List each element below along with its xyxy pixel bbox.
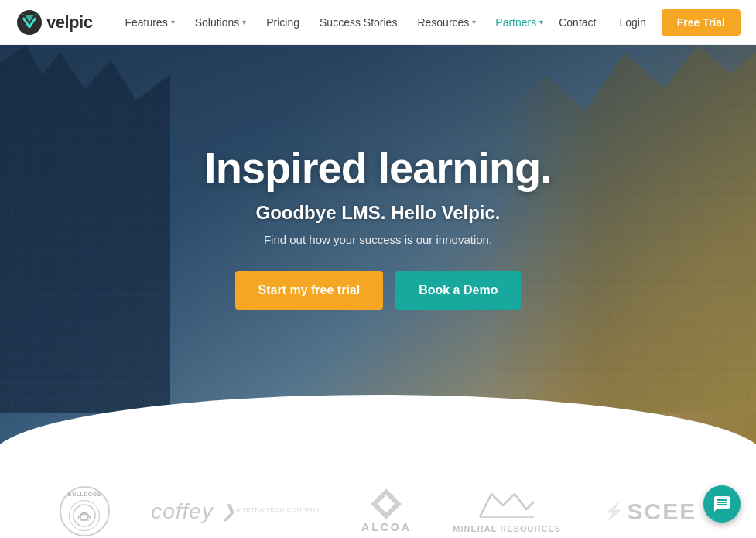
nav-links: Features ▾ Solutions ▾ Pricing Success S…: [115, 10, 495, 35]
coffey-subtitle: A TETRA TECH COMPANY: [236, 506, 320, 513]
logos-section: BULLDOGS coffey ❯ A TETRA TECH COMPANY: [0, 455, 756, 538]
mineral-wrapper: MINERAL RESOURCES: [453, 490, 561, 533]
mineral-icon-shape: [476, 490, 538, 521]
coffey-arrow-icon: ❯: [221, 502, 236, 522]
solutions-caret: ▾: [242, 18, 246, 26]
mineral-text: MINERAL RESOURCES: [453, 524, 561, 533]
hero-title: Inspired learning.: [204, 144, 552, 192]
nav-login[interactable]: Login: [611, 12, 653, 33]
bulldogs-badge: BULLDOGS: [60, 486, 110, 536]
scee-wrapper: ⚡ SCEE: [603, 499, 697, 525]
mineral-svg: [476, 490, 538, 521]
hero-section: Inspired learning. Goodbye LMS. Hello Ve…: [0, 45, 756, 455]
nav-pricing[interactable]: Pricing: [257, 10, 309, 35]
hero-description: Find out how your success is our innovat…: [264, 233, 492, 246]
logo-text: velpic: [46, 12, 92, 33]
alcoa-wrapper: ALCOA: [361, 490, 412, 533]
svg-point-2: [80, 514, 88, 520]
resources-caret: ▾: [472, 18, 476, 26]
bulldogs-svg: [72, 503, 97, 528]
mineral-resources-logo: MINERAL RESOURCES: [445, 482, 569, 539]
alcoa-text: ALCOA: [361, 521, 412, 533]
nav-contact[interactable]: Contact: [551, 12, 604, 33]
nav-solutions[interactable]: Solutions ▾: [186, 10, 256, 35]
hero-buttons: Start my free trial Book a Demo: [235, 271, 522, 310]
logo[interactable]: velpic: [15, 9, 92, 36]
bulldogs-logo: BULLDOGS: [52, 478, 118, 538]
coffey-text: coffey ❯: [151, 499, 236, 524]
navbar-right: Partners ▾ Contact Login Free Trial: [495, 9, 741, 36]
nav-resources[interactable]: Resources ▾: [408, 10, 485, 35]
book-demo-button[interactable]: Book a Demo: [395, 271, 521, 310]
free-trial-button[interactable]: Free Trial: [662, 9, 741, 36]
navbar: velpic Features ▾ Solutions ▾ Pricing Su…: [0, 0, 756, 45]
chat-icon: [713, 495, 731, 513]
chat-bubble[interactable]: [703, 485, 741, 523]
start-trial-button[interactable]: Start my free trial: [235, 271, 384, 310]
scee-bolt-icon: ⚡: [603, 502, 624, 522]
svg-point-1: [74, 505, 95, 526]
nav-success-stories[interactable]: Success Stories: [310, 10, 406, 35]
partners-caret: ▾: [539, 18, 543, 26]
alcoa-logo: ALCOA: [354, 482, 419, 539]
nav-partners[interactable]: Partners ▾: [495, 16, 543, 29]
hero-subtitle: Goodbye LMS. Hello Velpic.: [255, 202, 500, 224]
nav-features[interactable]: Features ▾: [115, 10, 183, 35]
hero-content: Inspired learning. Goodbye LMS. Hello Ve…: [0, 45, 756, 455]
scee-logo: ⚡ SCEE: [595, 491, 705, 533]
velpic-logo-icon: [15, 9, 43, 36]
features-caret: ▾: [171, 18, 175, 26]
coffey-logo: coffey ❯ A TETRA TECH COMPANY: [143, 492, 327, 532]
alcoa-diamond-shape: [372, 490, 400, 518]
